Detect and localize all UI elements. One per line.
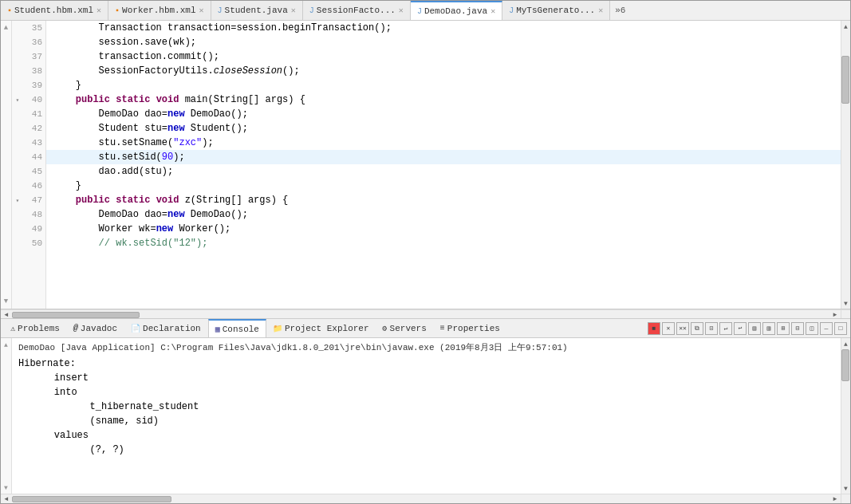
bottom-tab-console[interactable]: ▦ Console <box>208 319 266 337</box>
console-hscroll-right[interactable]: ► <box>829 494 841 503</box>
gutter-row-46: 46 <box>12 179 45 193</box>
hscroll-thumb[interactable] <box>12 312 140 318</box>
tab-student-java[interactable]: J Student.java ✕ <box>211 1 303 20</box>
open-console-button[interactable]: ⊞ <box>777 322 790 335</box>
console-line-1: insert <box>18 371 834 385</box>
minimize-button[interactable]: — <box>820 322 833 335</box>
tab-icon4: J <box>309 6 314 15</box>
tab-overflow[interactable]: »6 <box>610 6 630 15</box>
console-hscroll-left[interactable]: ◄ <box>1 494 12 503</box>
properties-icon: ≡ <box>440 324 445 333</box>
terminate-all-button[interactable]: ✕✕ <box>676 322 689 335</box>
console-scroll-down[interactable]: ▼ <box>4 481 8 494</box>
console-line-4: (sname, sid) <box>18 414 834 428</box>
editor-tab-bar: ▪ Student.hbm.xml ✕ ▪ Worker.hbm.xml ✕ J… <box>1 1 850 21</box>
terminate-button[interactable]: ✕ <box>662 322 675 335</box>
servers-icon: ⚙ <box>383 324 388 333</box>
code-line-42: Student stu=new Student(); <box>46 121 841 136</box>
gutter-row-44: 44 <box>12 150 45 164</box>
tab-student-hbm[interactable]: ▪ Student.hbm.xml ✕ <box>1 1 108 20</box>
tab-close-4[interactable]: ✕ <box>491 6 495 16</box>
console-hscrollbar[interactable]: ◄ ► <box>1 494 850 503</box>
bottom-tab-problems[interactable]: ⚠ Problems <box>4 319 67 337</box>
code-editor[interactable]: Transaction transaction=session.beginTra… <box>46 21 841 309</box>
gutter-row-50: 50 <box>12 236 45 250</box>
tab-close-5[interactable]: ✕ <box>598 6 603 15</box>
gutter-row-42: 42 <box>12 121 45 136</box>
vscroll-down[interactable]: ▼ <box>841 297 850 309</box>
display-selected-button[interactable]: ⊟ <box>791 322 804 335</box>
tab-mytsgenerato[interactable]: J MyTsGenerato... ✕ <box>502 1 610 20</box>
code-line-37: transaction.commit(); <box>46 49 841 64</box>
code-line-40: public static void main(String[] args) { <box>46 93 841 107</box>
tab-demo-dao[interactable]: J DemoDao.java ✕ <box>411 1 502 20</box>
tab-close-3[interactable]: ✕ <box>399 6 404 15</box>
editor-area: ▲ ▼ 35 36 37 38 39 ▾40 41 42 43 44 45 46… <box>1 21 850 309</box>
code-line-46: } <box>46 179 841 193</box>
code-line-39: } <box>46 78 841 93</box>
copy-button[interactable]: ⧉ <box>691 322 703 335</box>
console-vscroll-thumb[interactable] <box>841 349 849 381</box>
line-number-gutter: 35 36 37 38 39 ▾40 41 42 43 44 45 46 ▾47… <box>12 21 46 309</box>
console-vscroll-up[interactable]: ▲ <box>841 338 850 349</box>
maximize-button[interactable]: □ <box>834 322 847 335</box>
tab-icon5: J <box>417 7 422 16</box>
bottom-tab-declaration[interactable]: 📄 Declaration <box>124 319 208 337</box>
tab-worker-hbm[interactable]: ▪ Worker.hbm.xml ✕ <box>108 1 211 20</box>
word-wrap-button[interactable]: ↩ <box>734 322 747 335</box>
console-line-3: t_hibernate_student <box>18 400 834 414</box>
code-line-35: Transaction transaction=session.beginTra… <box>46 21 841 35</box>
tab-icon6: J <box>509 6 514 15</box>
bottom-tab-servers[interactable]: ⚙ Servers <box>376 319 434 337</box>
console-scroll-up[interactable]: ▲ <box>4 338 8 351</box>
console-hscroll-thumb[interactable] <box>12 496 171 502</box>
console-icon: ▦ <box>215 325 220 334</box>
bottom-tab-project-explorer[interactable]: 📁 Project Explorer <box>266 319 376 337</box>
code-line-48: DemoDao dao=new DemoDao(); <box>46 207 841 222</box>
editor-hscrollbar[interactable]: ◄ ► <box>1 309 850 319</box>
console-output: DemoDao [Java Application] C:\Program Fi… <box>12 338 841 494</box>
gutter-row-40: ▾40 <box>12 93 45 107</box>
bottom-panel: ⚠ Problems @ Javadoc 📄 Declaration ▦ Con… <box>1 319 850 503</box>
vscroll-thumb[interactable] <box>841 56 849 104</box>
gutter-row-41: 41 <box>12 107 45 121</box>
stop-button[interactable]: ■ <box>648 322 660 335</box>
new-console-button[interactable]: ▤ <box>748 322 761 335</box>
gutter-row-43: 43 <box>12 136 45 150</box>
left-gutter-arrows: ▲ ▼ <box>1 21 12 309</box>
tab-session-factory[interactable]: J SessionFacto... ✕ <box>303 1 411 20</box>
scroll-lock-button[interactable]: ↵ <box>719 322 732 335</box>
layout-button[interactable]: ◫ <box>806 322 818 335</box>
console-line-0: Hibernate: <box>18 356 834 371</box>
gutter-row-37: 37 <box>12 49 45 64</box>
code-line-43: stu.setSname("zxc"); <box>46 136 841 150</box>
code-line-38: SessionFactoryUtils.closeSession(); <box>46 64 841 78</box>
bottom-tab-properties[interactable]: ≡ Properties <box>434 319 507 337</box>
bottom-tab-javadoc[interactable]: @ Javadoc <box>67 319 124 337</box>
tab-close-2[interactable]: ✕ <box>291 6 296 15</box>
gutter-row-49: 49 <box>12 222 45 236</box>
code-line-50: // wk.setSid("12"); <box>46 236 841 250</box>
hscroll-left[interactable]: ◄ <box>1 310 12 318</box>
vscroll-up[interactable]: ▲ <box>841 21 850 32</box>
bottom-tab-bar: ⚠ Problems @ Javadoc 📄 Declaration ▦ Con… <box>1 319 850 338</box>
console-vscroll-down[interactable]: ▼ <box>841 482 850 494</box>
scroll-up-arrow[interactable]: ▲ <box>4 21 8 35</box>
gutter-row-38: 38 <box>12 64 45 78</box>
console-toolbar: ■ ✕ ✕✕ ⧉ ⊡ ↵ ↩ ▤ ▥ ⊞ ⊟ ◫ — □ <box>648 322 847 335</box>
console-vscrollbar[interactable]: ▲ ▼ <box>841 338 850 494</box>
tab-icon2: ▪ <box>115 6 120 15</box>
gutter-row-48: 48 <box>12 207 45 222</box>
tab-close-1[interactable]: ✕ <box>199 6 204 15</box>
console-line-2: into <box>18 385 834 400</box>
pin-button[interactable]: ▥ <box>762 322 775 335</box>
editor-vscrollbar[interactable]: ▲ ▼ <box>841 21 850 309</box>
scroll-corner <box>841 310 850 318</box>
hscroll-right[interactable]: ► <box>829 310 841 318</box>
code-line-47: public static void z(String[] args) { <box>46 193 841 207</box>
scroll-down-arrow[interactable]: ▼ <box>4 294 8 309</box>
code-line-49: Worker wk=new Worker(); <box>46 222 841 236</box>
tab-close-0[interactable]: ✕ <box>97 6 101 15</box>
console-area: ▲ ▼ DemoDao [Java Application] C:\Progra… <box>1 338 850 494</box>
paste-button[interactable]: ⊡ <box>705 322 718 335</box>
